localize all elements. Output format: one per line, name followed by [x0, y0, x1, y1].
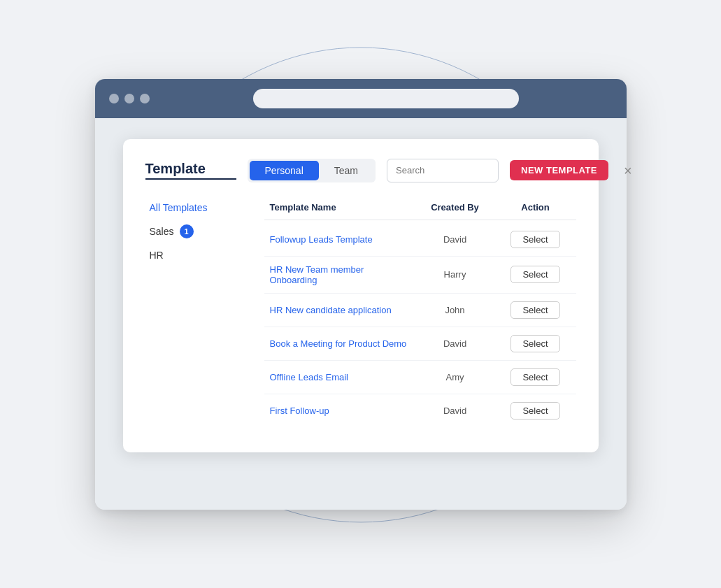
action-cell: Select — [501, 301, 571, 319]
created-by-cell: David — [410, 338, 501, 349]
close-button[interactable]: × — [620, 162, 636, 179]
sidebar-item-all-templates[interactable]: All Templates — [145, 196, 253, 219]
select-button-6[interactable]: Select — [511, 402, 559, 420]
modal-body: All Templates Sales 1 HR Template Name C… — [145, 196, 576, 427]
table-body: Followup Leads Template David Select HR … — [264, 223, 576, 427]
select-button-1[interactable]: Select — [511, 231, 559, 248]
templates-table: Template Name Created By Action Followup… — [264, 196, 576, 427]
browser-address-bar — [253, 89, 519, 108]
sidebar-item-label-all: All Templates — [150, 202, 208, 213]
browser-bar — [95, 79, 627, 118]
browser-dot-3 — [140, 94, 150, 103]
select-button-3[interactable]: Select — [511, 301, 559, 319]
action-cell: Select — [501, 231, 571, 248]
sidebar: All Templates Sales 1 HR — [145, 196, 264, 427]
action-cell: Select — [501, 266, 571, 283]
table-row: First Follow-up David Select — [264, 394, 576, 427]
template-name-cell[interactable]: Offline Leads Email — [270, 372, 410, 382]
template-name-cell[interactable]: Book a Meeting for Product Demo — [270, 338, 410, 349]
browser-dots — [109, 94, 150, 103]
action-cell: Select — [501, 368, 571, 386]
browser-content: Template Personal Team NEW TEMPLATE × Al… — [95, 118, 627, 510]
table-header: Template Name Created By Action — [264, 196, 576, 220]
th-action: Action — [501, 202, 571, 213]
created-by-cell: Amy — [410, 372, 501, 382]
search-input[interactable] — [387, 159, 499, 182]
browser-dot-2 — [124, 94, 134, 103]
table-row: Followup Leads Template David Select — [264, 223, 576, 257]
modal-title: Template — [145, 161, 236, 180]
template-name-cell[interactable]: HR New Team member Onboarding — [270, 264, 410, 285]
select-button-4[interactable]: Select — [511, 335, 559, 352]
select-button-5[interactable]: Select — [511, 368, 559, 386]
template-name-cell[interactable]: First Follow-up — [270, 406, 410, 416]
table-row: HR New Team member Onboarding Harry Sele… — [264, 257, 576, 294]
sidebar-item-sales[interactable]: Sales 1 — [145, 219, 253, 244]
tab-group: Personal Team — [248, 159, 376, 182]
table-row: Book a Meeting for Product Demo David Se… — [264, 327, 576, 361]
action-cell: Select — [501, 335, 571, 352]
action-cell: Select — [501, 402, 571, 420]
new-template-button[interactable]: NEW TEMPLATE — [510, 160, 608, 180]
sidebar-item-label-sales: Sales — [150, 226, 174, 237]
th-template-name: Template Name — [270, 202, 410, 213]
created-by-cell: Harry — [410, 269, 501, 280]
tab-team[interactable]: Team — [319, 161, 373, 180]
created-by-cell: David — [410, 406, 501, 416]
browser-window: Template Personal Team NEW TEMPLATE × Al… — [95, 79, 627, 510]
created-by-cell: John — [410, 305, 501, 315]
th-created-by: Created By — [410, 202, 501, 213]
select-button-2[interactable]: Select — [511, 266, 559, 283]
created-by-cell: David — [410, 234, 501, 245]
template-name-cell[interactable]: HR New candidate application — [270, 305, 410, 315]
table-row: HR New candidate application John Select — [264, 294, 576, 327]
sales-badge: 1 — [180, 224, 194, 238]
template-name-cell[interactable]: Followup Leads Template — [270, 234, 410, 245]
browser-dot-1 — [109, 94, 119, 103]
modal-header: Template Personal Team NEW TEMPLATE × — [145, 159, 576, 182]
sidebar-item-label-hr: HR — [150, 250, 164, 261]
template-modal: Template Personal Team NEW TEMPLATE × Al… — [123, 139, 599, 452]
tab-personal[interactable]: Personal — [250, 161, 319, 180]
sidebar-item-hr[interactable]: HR — [145, 244, 253, 266]
table-row: Offline Leads Email Amy Select — [264, 361, 576, 394]
